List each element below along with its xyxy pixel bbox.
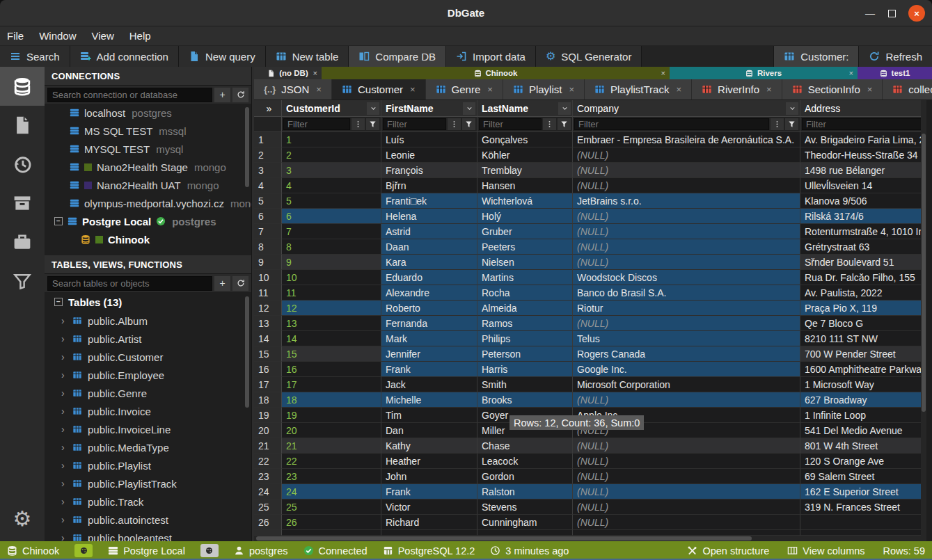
table-public-autoinctest[interactable]: ›public.autoinctest	[45, 511, 251, 529]
rail-history-icon[interactable]	[0, 145, 45, 184]
table-public-invoiceline[interactable]: ›public.InvoiceLine	[45, 420, 251, 438]
cell[interactable]: 801 W 4th Street	[800, 438, 926, 454]
cell[interactable]: Philips	[477, 331, 573, 346]
cell[interactable]: Riotur	[573, 301, 800, 316]
filter-menu-icon[interactable]	[448, 118, 461, 130]
menu-help[interactable]: Help	[129, 30, 151, 42]
tables-scrollbar[interactable]	[245, 296, 249, 408]
cell[interactable]: 25	[282, 499, 381, 515]
filter-funnel-icon[interactable]	[785, 118, 798, 130]
cell[interactable]: 18	[282, 392, 381, 408]
row-number[interactable]: 7	[254, 224, 282, 239]
add-table-plus-button[interactable]: +	[214, 276, 230, 291]
palette-icon[interactable]	[200, 544, 219, 557]
filter-funnel-icon[interactable]	[462, 118, 475, 130]
cell[interactable]: Smith	[477, 377, 573, 392]
cell[interactable]: Praça Pio X, 119	[800, 301, 926, 316]
rail-funnel-outline-icon[interactable]	[0, 262, 45, 301]
close-tab-icon[interactable]: ×	[661, 69, 665, 77]
row-number[interactable]: 13	[254, 316, 282, 331]
filter-menu-icon[interactable]	[352, 118, 365, 130]
cell[interactable]: Embraer - Empresa Brasileira de Aeronáut…	[573, 132, 800, 147]
filter-input-lastname[interactable]	[479, 118, 542, 130]
row-number[interactable]: 20	[254, 423, 282, 438]
cell[interactable]: Rogers Canada	[573, 346, 800, 362]
toolbar-button-add-connection[interactable]: Add connection	[70, 46, 179, 67]
cell[interactable]: Gruber	[477, 224, 573, 239]
table-public-customer[interactable]: ›public.Customer	[45, 348, 251, 366]
row-number[interactable]: 22	[254, 454, 282, 469]
menu-file[interactable]: File	[7, 30, 24, 42]
cell[interactable]: (NULL)	[573, 224, 800, 239]
statusbar-open-structure[interactable]: Open structure	[687, 545, 769, 557]
rail-briefcase-icon[interactable]	[0, 223, 45, 262]
connection-ms-sql-test[interactable]: MS SQL TESTmssql	[45, 122, 251, 140]
cell[interactable]: (NULL)	[573, 515, 800, 530]
cell[interactable]: 15	[282, 346, 381, 362]
cell[interactable]: 16	[282, 362, 381, 377]
cell[interactable]: Victor	[381, 499, 477, 515]
cell[interactable]: 21	[282, 438, 381, 454]
db-tab-test1[interactable]: test1	[858, 67, 932, 79]
minimize-button[interactable]: —	[864, 8, 876, 19]
cell[interactable]: (NULL)	[573, 499, 800, 515]
column-dropdown-icon[interactable]	[558, 102, 571, 115]
cell[interactable]: Richard	[381, 515, 477, 530]
tab-sectioninfo[interactable]: SectionInfo×	[782, 79, 883, 99]
cell[interactable]: 14	[282, 331, 381, 346]
filter-menu-icon[interactable]	[543, 118, 556, 130]
cell[interactable]: 13	[282, 316, 381, 331]
cell[interactable]: Ullevĺlsveien 14	[800, 178, 926, 193]
cell[interactable]: Brooks	[477, 392, 573, 408]
cell[interactable]: Cunningham	[477, 515, 573, 530]
cell[interactable]: Gordon	[477, 469, 573, 484]
tab-customer[interactable]: Customer×	[332, 79, 426, 99]
row-number[interactable]: 12	[254, 301, 282, 316]
cell[interactable]: Astrid	[381, 224, 477, 239]
connection-mysql-test[interactable]: MYSQL TESTmysql	[45, 140, 251, 158]
column-header-lastname[interactable]: LastName	[477, 100, 573, 117]
cell[interactable]: Rocha	[477, 285, 573, 301]
cell[interactable]: Helena	[381, 209, 477, 224]
row-number[interactable]: 10	[254, 270, 282, 285]
connection-postgre-local[interactable]: −Postgre Localpostgres	[45, 212, 251, 230]
cell[interactable]: 1498 rue Bélanger	[800, 163, 926, 178]
cell[interactable]: 627 Broadway	[800, 392, 926, 408]
chevron-right-icon[interactable]: ›	[61, 460, 67, 471]
filter-funnel-icon[interactable]	[558, 118, 571, 130]
connection-localhost[interactable]: localhostpostgres	[45, 104, 251, 122]
tables-section-row[interactable]: − Tables (13)	[45, 292, 251, 312]
filter-input-customerid[interactable]	[283, 118, 350, 130]
cell[interactable]: 10	[282, 270, 381, 285]
cell[interactable]: Chase	[477, 438, 573, 454]
close-tab-icon[interactable]: ×	[313, 69, 317, 77]
statusbar-postgre-local[interactable]: Postgre Local	[108, 545, 185, 557]
table-public-employee[interactable]: ›public.Employee	[45, 366, 251, 384]
rail-settings-gear-icon[interactable]: ⚙	[0, 502, 45, 536]
chevron-right-icon[interactable]: ›	[61, 387, 67, 399]
tab-collection[interactable]: collection	[883, 79, 932, 99]
cell[interactable]: 6	[282, 209, 381, 224]
cell[interactable]: 69 Salem Street	[800, 469, 926, 484]
toolbar-button-import-data[interactable]: Import data	[446, 46, 536, 67]
cell[interactable]: Nielsen	[477, 255, 573, 270]
db-tab--no-db-[interactable]: (no DB)×	[254, 67, 322, 79]
cell[interactable]: 1	[282, 132, 381, 147]
row-number[interactable]: 9	[254, 255, 282, 270]
filter-input-company[interactable]	[574, 118, 769, 130]
cell[interactable]: Klanova 9/506	[800, 193, 926, 209]
cell[interactable]: Qe 7 Bloco G	[800, 316, 926, 331]
cell[interactable]: 8	[282, 239, 381, 255]
connection-nano2health-stage[interactable]: Nano2Health Stagemongo	[45, 158, 251, 176]
cell[interactable]: Jennifer	[381, 346, 477, 362]
close-tab-icon[interactable]: ×	[766, 84, 772, 95]
close-tab-icon[interactable]: ×	[410, 84, 416, 95]
cell[interactable]: Rua Dr. Falcăo Filho, 155	[800, 270, 926, 285]
collapse-icon[interactable]: −	[54, 298, 63, 306]
row-number[interactable]: 1	[254, 132, 282, 147]
tables-search-input[interactable]	[47, 276, 212, 291]
toolbar-button-refresh[interactable]: Refresh	[858, 46, 932, 67]
cell[interactable]: Frank	[381, 362, 477, 377]
cell[interactable]: Peeters	[477, 239, 573, 255]
statusbar-postgres[interactable]: postgres	[234, 545, 288, 557]
